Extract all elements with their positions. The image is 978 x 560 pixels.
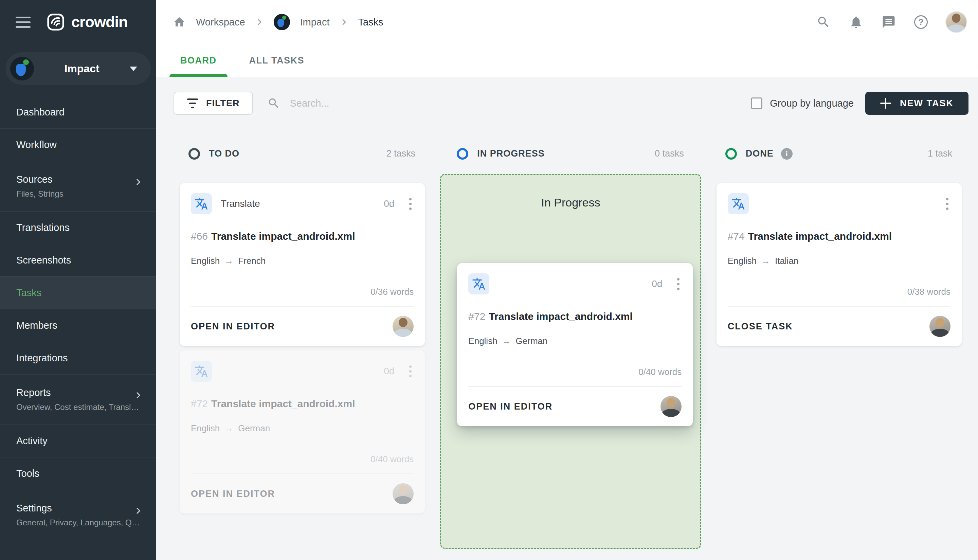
task-title-text: Translate impact_android.xml [748,231,892,242]
sidebar-item-reports[interactable]: Reports Overview, Cost estimate, Transl… [0,374,156,425]
sidebar-item-sources[interactable]: Sources Files, Strings [0,161,156,211]
group-by-language-label[interactable]: Group by language [770,98,854,109]
card-header [728,193,950,215]
topbar: Workspace Impact Tasks ? [156,0,978,44]
sidebar-item-members[interactable]: Members [0,309,156,342]
new-task-button[interactable]: NEW TASK [865,92,968,115]
task-word-count: 0/36 words [191,287,413,297]
card-header: Translate 0d [191,193,413,215]
hamburger-menu-icon[interactable] [16,17,30,28]
sidebar-item-sublabel: General, Privacy, Languages, Q… [16,518,141,527]
chevron-right-icon [134,178,143,187]
column-name: DONE [746,148,773,159]
tab-label: ALL TASKS [249,55,305,66]
arrow-right-icon: → [761,256,770,266]
kebab-menu-icon[interactable] [407,196,413,212]
sidebar-item-label: Translations [16,222,141,233]
messages-icon[interactable] [881,15,896,29]
task-card-74[interactable]: #74Translate impact_android.xml English … [716,183,962,346]
open-in-editor-button[interactable]: OPEN IN EDITOR [468,402,553,412]
chevron-right-icon [134,391,143,400]
assignee-avatar [393,483,413,504]
column-name: TO DO [209,148,240,159]
breadcrumb-workspace[interactable]: Workspace [196,17,245,28]
search-icon [267,97,280,110]
breadcrumb: Workspace Impact Tasks [173,14,383,30]
in-progress-dropzone[interactable]: In Progress 0d #72Translate impact_andro… [440,174,701,549]
search-icon[interactable] [816,15,831,29]
home-icon[interactable] [173,16,186,28]
task-title-text: Translate impact_android.xml [211,231,355,242]
plus-icon [880,98,891,109]
user-avatar[interactable] [946,12,966,32]
sidebar-item-screenshots[interactable]: Screenshots [0,244,156,277]
translate-icon [191,361,212,382]
sidebar-item-tasks[interactable]: Tasks [0,277,156,309]
notifications-bell-icon[interactable] [849,15,863,29]
sidebar-item-translations[interactable]: Translations [0,211,156,244]
chevron-right-icon [134,506,143,515]
help-glyph: ? [918,17,923,27]
chevron-right-icon [255,18,263,26]
assignee-avatar [930,316,950,337]
kebab-menu-icon[interactable] [407,363,413,379]
close-task-button[interactable]: CLOSE TASK [728,321,793,332]
project-selector[interactable]: Impact [5,52,151,85]
column-in-progress: IN PROGRESS 0 tasks In Progress 0d [448,143,693,549]
sidebar-item-dashboard[interactable]: Dashboard [0,96,156,128]
sidebar-item-label: Members [16,320,141,331]
target-language: German [516,336,548,347]
card-footer: OPEN IN EDITOR [191,307,413,346]
card-header: 0d [468,273,681,295]
sidebar-item-activity[interactable]: Activity [0,425,156,457]
sidebar-item-integrations[interactable]: Integrations [0,342,156,374]
sidebar-item-settings[interactable]: Settings General, Privacy, Languages, Q… [0,490,156,540]
toolbar-right: Group by language NEW TASK [751,92,968,115]
search-input[interactable] [289,97,479,109]
sidebar-item-sublabel: Overview, Cost estimate, Transl… [16,402,141,412]
sidebar-item-label: Tasks [16,287,141,298]
sidebar-item-workflow[interactable]: Workflow [0,128,156,161]
filter-button[interactable]: FILTER [173,92,253,115]
task-duration: 0d [384,198,394,209]
topbar-actions: ? [816,12,966,32]
task-title: #66Translate impact_android.xml [191,231,413,242]
info-icon[interactable]: i [781,148,793,160]
breadcrumb-project[interactable]: Impact [300,17,330,28]
toolbar: FILTER Group by language NEW TASK [173,92,968,115]
open-in-editor-button[interactable]: OPEN IN EDITOR [191,489,275,499]
column-task-count: 2 tasks [387,148,416,159]
crowdin-logo[interactable]: crowdin [47,13,128,31]
assignee-avatar [393,316,413,337]
target-language: German [238,423,270,434]
translate-icon [728,193,749,214]
task-type-label: Translate [221,198,260,209]
search-field [267,97,479,110]
chevron-right-icon [340,18,348,26]
group-by-language-checkbox[interactable] [751,97,762,109]
column-todo-header: TO DO 2 tasks [180,143,425,165]
task-card-72-ghost[interactable]: 0d #72Translate impact_android.xml Engli… [180,350,425,513]
source-language: English [191,256,220,266]
task-card-72-dragging[interactable]: 0d #72Translate impact_android.xml Engli… [457,263,693,426]
kanban-board: TO DO 2 tasks Translate 0d #66Translate … [180,120,962,549]
sidebar-item-label: Activity [16,435,141,447]
kebab-menu-icon[interactable] [944,196,950,212]
project-avatar [10,57,34,80]
task-card-66[interactable]: Translate 0d #66Translate impact_android… [180,183,425,346]
sidebar-nav: Dashboard Workflow Sources Files, String… [0,96,156,540]
tab-all-tasks[interactable]: ALL TASKS [238,44,315,77]
kebab-menu-icon[interactable] [675,276,681,292]
dropzone-label: In Progress [441,196,700,209]
open-in-editor-button[interactable]: OPEN IN EDITOR [191,321,275,332]
column-task-count: 1 task [928,148,952,159]
card-footer: OPEN IN EDITOR [191,474,413,513]
main-area: Workspace Impact Tasks ? BOARD ALL TASKS [156,0,978,560]
tab-board[interactable]: BOARD [170,44,228,77]
sidebar-item-tools[interactable]: Tools [0,457,156,490]
sidebar-item-label: Integrations [16,353,141,364]
help-icon[interactable]: ? [914,15,928,29]
task-language-pair: English → Italian [728,256,950,266]
task-language-pair: English → German [191,423,413,434]
done-status-icon [725,148,737,160]
